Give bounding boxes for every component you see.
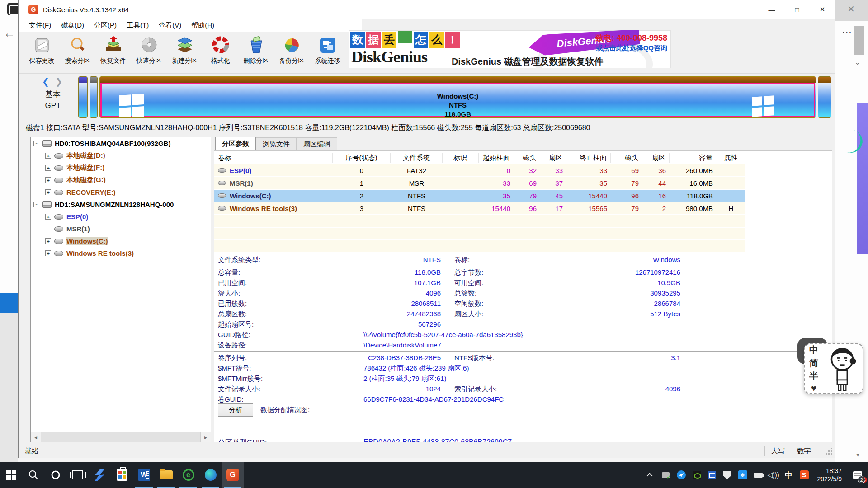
background-caret2-icon[interactable]: ▾ xyxy=(856,451,859,458)
tree-expander-icon[interactable]: + xyxy=(45,165,51,171)
background-caret-icon[interactable]: ⌄ xyxy=(854,58,860,66)
partition-segment-windows-c[interactable]: Windows(C:) NTFS 118.0GB xyxy=(99,76,816,118)
taskbar-search-button[interactable] xyxy=(22,462,44,488)
tray-battery-button[interactable] xyxy=(750,462,766,488)
tree-item[interactable]: + 本地磁盘(D:) xyxy=(31,150,211,162)
column-header[interactable]: 磁头 xyxy=(514,153,540,163)
tray-snowflake-button[interactable]: ❄ xyxy=(735,462,750,488)
tree-item[interactable]: - HD0:TOSHIBAMQ04ABF100(932GB) xyxy=(31,137,211,150)
tree-expander-icon[interactable]: + xyxy=(45,189,51,195)
column-header[interactable]: 文件系统 xyxy=(391,153,443,163)
taskbar-clock[interactable]: 18:37 2022/5/9 xyxy=(812,467,848,483)
action-center-button[interactable]: 2 xyxy=(847,462,868,488)
column-header[interactable]: 起始柱面 xyxy=(479,153,514,163)
delete-partition-button[interactable]: 删除分区 xyxy=(238,32,274,71)
word-button[interactable]: W xyxy=(133,462,155,488)
sogou-ime-widget[interactable]: 中简半♥ xyxy=(797,338,865,398)
scroll-left-icon[interactable]: ◂ xyxy=(31,434,41,441)
tray-expand-button[interactable] xyxy=(643,462,658,488)
backup-partition-button[interactable]: 备份分区 xyxy=(274,32,310,71)
microsoft-store-button[interactable] xyxy=(111,462,133,488)
promo-banner[interactable]: 数据丢怎么！ DiskGenius DiskGenius 致电: 400-008… xyxy=(349,30,671,68)
prev-disk-arrow[interactable]: ❮ xyxy=(42,77,49,86)
ime-status-box[interactable]: 中简半♥ xyxy=(804,343,863,394)
flash-center-button[interactable] xyxy=(89,462,111,488)
tray-security-button[interactable]: ✕ xyxy=(720,462,735,488)
tree-item[interactable]: + Windows RE tools(3) xyxy=(31,247,211,259)
tree-expander-icon[interactable]: + xyxy=(45,214,51,220)
tray-bluebird-button[interactable] xyxy=(674,462,689,488)
menu-item[interactable]: 帮助(H) xyxy=(186,21,219,30)
tree-item[interactable]: + 本地磁盘(G:) xyxy=(31,174,211,186)
scrollbar-thumb[interactable] xyxy=(41,432,201,442)
tray-volume-button[interactable]: ◁))) xyxy=(766,462,781,488)
partition-row[interactable]: Windows RE tools(3) 3 NTFS 15440 96 17 1… xyxy=(214,202,745,215)
background-scrollbar[interactable] xyxy=(854,26,864,55)
partition-row[interactable]: Windows(C:) 2 NTFS 35 79 45 15440 96 16 … xyxy=(214,190,745,202)
maximize-button[interactable]: □ xyxy=(784,0,810,19)
new-partition-button[interactable]: 新建分区 xyxy=(167,32,203,71)
column-header[interactable]: 属性 xyxy=(717,153,745,163)
menu-item[interactable]: 工具(T) xyxy=(122,21,154,30)
tree-expander-icon[interactable]: + xyxy=(45,177,51,183)
tab[interactable]: 浏览文件 xyxy=(256,137,297,150)
tab[interactable]: 分区参数 xyxy=(215,137,256,150)
tray-intel-button[interactable] xyxy=(704,462,720,488)
tray-driver-button[interactable] xyxy=(658,462,674,488)
banner-qq-link[interactable]: 或点击此处选择QQ咨询 xyxy=(596,44,667,52)
menu-item[interactable]: 查看(V) xyxy=(154,21,186,30)
next-disk-arrow[interactable]: ❯ xyxy=(55,77,62,86)
analyze-button[interactable]: 分析 xyxy=(218,403,253,417)
tree-expander-icon[interactable]: + xyxy=(45,238,51,244)
close-button[interactable]: ✕ xyxy=(810,0,835,19)
recover-files-button[interactable]: 恢复文件 xyxy=(95,32,131,71)
partition-row[interactable]: MSR(1) 1 MSR 33 69 37 35 79 44 16.0MB xyxy=(214,177,745,190)
tree-item[interactable]: + ESP(0) xyxy=(31,211,211,223)
menu-item[interactable]: 磁盘(D) xyxy=(56,21,89,30)
browser-360-button[interactable]: e xyxy=(177,462,199,488)
column-header[interactable]: 序号(状态) xyxy=(333,153,391,163)
back-arrow-icon[interactable]: ← xyxy=(4,26,15,40)
minimize-button[interactable]: — xyxy=(759,0,784,19)
tree-item[interactable]: + RECOVERY(E:) xyxy=(31,186,211,198)
partition-segment-re-tools[interactable] xyxy=(818,76,831,118)
tree-expander-icon[interactable]: - xyxy=(33,202,39,207)
tree-expander-icon[interactable]: - xyxy=(33,141,39,146)
start-button[interactable] xyxy=(0,462,22,488)
resize-grip[interactable] xyxy=(817,446,835,456)
task-view-button[interactable] xyxy=(66,462,89,488)
column-header[interactable]: 扇区 xyxy=(642,153,670,163)
scroll-right-icon[interactable]: ▸ xyxy=(201,434,211,441)
diskgenius-taskbar-button[interactable]: G xyxy=(222,462,244,488)
column-header[interactable]: 容量 xyxy=(670,153,717,163)
cortana-button[interactable] xyxy=(44,462,66,488)
file-explorer-button[interactable] xyxy=(155,462,177,488)
column-header[interactable]: 卷标 xyxy=(214,153,333,163)
partition-row[interactable]: ESP(0) 0 FAT32 0 32 33 33 69 36 260.0MB xyxy=(214,164,745,177)
tree-expander-icon[interactable]: + xyxy=(45,153,51,159)
partition-segment-esp[interactable] xyxy=(78,76,88,118)
menu-item[interactable]: 分区(P) xyxy=(89,21,122,30)
column-header[interactable]: 标识 xyxy=(443,153,479,163)
quick-partition-button[interactable]: 快速分区 xyxy=(131,32,167,71)
search-partition-button[interactable]: 搜索分区 xyxy=(60,32,95,71)
format-button[interactable]: 格式化 xyxy=(203,32,238,71)
menu-item[interactable]: 文件(F) xyxy=(24,21,56,30)
sogou-tray-button[interactable]: S xyxy=(797,462,812,488)
ime-mode-button[interactable]: 中 xyxy=(781,462,797,488)
tree-item[interactable]: MSR(1) xyxy=(31,223,211,235)
tab[interactable]: 扇区编辑 xyxy=(297,137,337,150)
tree-horizontal-scrollbar[interactable]: ◂ ▸ xyxy=(31,432,211,442)
column-header[interactable]: 终止柱面 xyxy=(566,153,611,163)
column-header[interactable]: 扇区 xyxy=(540,153,566,163)
tree-expander-icon[interactable]: + xyxy=(45,250,51,256)
save-changes-button[interactable]: 保存更改 xyxy=(24,32,60,71)
tray-nvidia-button[interactable] xyxy=(689,462,704,488)
partition-segment-msr[interactable] xyxy=(90,76,98,118)
tree-item[interactable]: + Windows(C:) xyxy=(31,235,211,247)
tree-item[interactable]: + 本地磁盘(F:) xyxy=(31,162,211,174)
edge-button[interactable] xyxy=(199,462,222,488)
tree-item[interactable]: - HD1:SAMSUNGMZNLN128HAHQ-000 xyxy=(31,198,211,211)
background-more-icon[interactable]: ⋯ xyxy=(842,26,853,38)
column-header[interactable]: 磁头 xyxy=(611,153,642,163)
